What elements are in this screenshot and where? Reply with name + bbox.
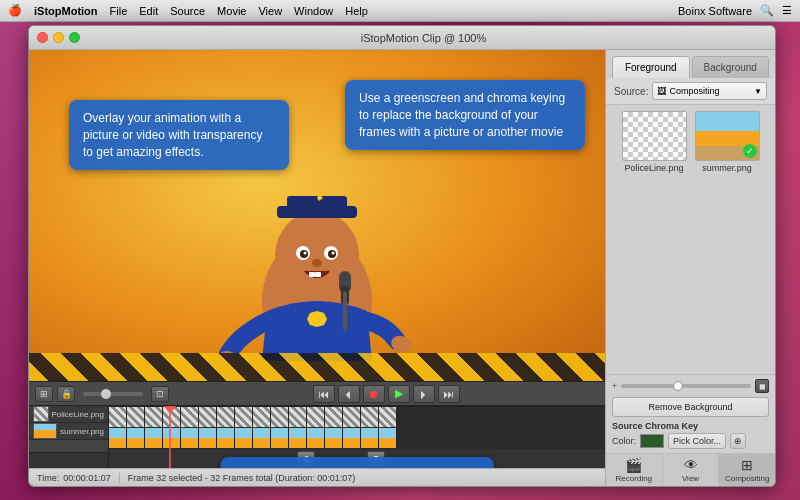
track-labels: PoliceLine.png summer.png bbox=[29, 406, 109, 468]
menu-view[interactable]: View bbox=[258, 5, 282, 17]
app-name[interactable]: iStopMotion bbox=[34, 5, 98, 17]
color-swatch[interactable] bbox=[640, 434, 664, 448]
menu-window[interactable]: Window bbox=[294, 5, 333, 17]
timeline-grid-button[interactable]: ⊞ bbox=[35, 386, 53, 402]
titlebar: iStopMotion Clip @ 100% bbox=[29, 26, 775, 50]
source-row: Source: 🖼 Compositing ▼ bbox=[606, 78, 775, 105]
track-content: 00:01 00:02 00:03 bbox=[109, 406, 605, 468]
remove-background-button[interactable]: Remove Background bbox=[612, 397, 769, 417]
color-row: Color: Pick Color... ⊕ bbox=[612, 433, 769, 449]
track-label-summer: summer.png bbox=[29, 423, 108, 440]
thumb-summer-label: summer.png bbox=[702, 163, 752, 173]
svg-point-13 bbox=[312, 259, 322, 267]
compositing-tab[interactable]: ⊞ Compositing bbox=[719, 454, 775, 486]
company-name: Boinx Software bbox=[678, 5, 752, 17]
menu-movie[interactable]: Movie bbox=[217, 5, 246, 17]
video-section: Overlay your animation with a picture or… bbox=[29, 50, 605, 486]
close-button[interactable] bbox=[37, 32, 48, 43]
eyedropper-button[interactable]: ⊕ bbox=[730, 433, 746, 449]
fast-forward-button[interactable]: ⏭ bbox=[438, 385, 460, 403]
source-select[interactable]: 🖼 Compositing ▼ bbox=[652, 82, 767, 100]
step-back-button[interactable]: ⏴ bbox=[338, 385, 360, 403]
apple-menu[interactable]: 🍎 bbox=[8, 4, 22, 17]
slider-end-button[interactable]: ◼ bbox=[755, 379, 769, 393]
timeline-lock-button[interactable]: 🔒 bbox=[57, 386, 75, 402]
chroma-key-label: Source Chroma Key bbox=[612, 421, 769, 431]
source-label: Source: bbox=[614, 86, 648, 97]
panel-bottom-controls: + ◼ Remove Background Source Chroma Key … bbox=[606, 374, 775, 453]
svg-rect-5 bbox=[287, 196, 347, 211]
hazard-stripes bbox=[29, 353, 605, 381]
menu-file[interactable]: File bbox=[110, 5, 128, 17]
thumb-police-img bbox=[622, 111, 687, 161]
record-button[interactable]: ⏺ bbox=[363, 385, 385, 403]
time-value: 00:00:01:07 bbox=[63, 473, 111, 483]
menubar: 🍎 iStopMotion File Edit Source Movie Vie… bbox=[0, 0, 800, 22]
svg-point-12 bbox=[332, 252, 335, 255]
timeline-toolbar: ⊞ 🔒 ⊡ ⏮ ⏴ ⏺ ▶ ⏵ ⏭ bbox=[29, 382, 605, 406]
search-icon[interactable]: 🔍 bbox=[760, 4, 774, 17]
svg-rect-15 bbox=[315, 272, 321, 277]
window-title: iStopMotion Clip @ 100% bbox=[80, 32, 767, 44]
menu-source[interactable]: Source bbox=[170, 5, 205, 17]
status-time: Time: 00:00:01:07 bbox=[37, 473, 111, 483]
view-tab[interactable]: 👁 View bbox=[663, 454, 720, 486]
content-area: Overlay your animation with a picture or… bbox=[29, 50, 775, 486]
timeline-tracks: PoliceLine.png summer.png bbox=[29, 406, 605, 468]
svg-marker-1 bbox=[307, 311, 327, 327]
playback-controls: ⏮ ⏴ ⏺ ▶ ⏵ ⏭ bbox=[313, 385, 460, 403]
svg-rect-14 bbox=[309, 272, 315, 277]
film-strip-police bbox=[109, 407, 605, 428]
background-tab[interactable]: Background bbox=[692, 56, 770, 78]
recording-icon: 🎬 bbox=[625, 457, 642, 473]
traffic-lights bbox=[37, 32, 80, 43]
menu-icon[interactable]: ☰ bbox=[782, 4, 792, 17]
active-checkmark: ✓ bbox=[743, 144, 757, 158]
minimize-button[interactable] bbox=[53, 32, 64, 43]
track-thumb-police bbox=[33, 406, 49, 422]
slider-row: + ◼ bbox=[612, 379, 769, 393]
overlay-tooltip: Overlay your animation with a picture or… bbox=[69, 100, 289, 170]
thumbnail-grid: PoliceLine.png ✓ summer.png bbox=[606, 105, 775, 374]
video-canvas: Overlay your animation with a picture or… bbox=[29, 50, 605, 381]
marker-row: 6 7 Use markers in the timeline to plan … bbox=[109, 449, 605, 468]
play-button[interactable]: ▶ bbox=[388, 385, 410, 403]
timeline-fit-button[interactable]: ⊡ bbox=[151, 386, 169, 402]
thumb-summer-img: ✓ bbox=[695, 111, 760, 161]
track-thumb-summer bbox=[33, 423, 57, 439]
svg-rect-18 bbox=[343, 291, 347, 331]
thumbnail-police[interactable]: PoliceLine.png bbox=[622, 111, 687, 173]
thumb-police-label: PoliceLine.png bbox=[624, 163, 683, 173]
rewind-to-start-button[interactable]: ⏮ bbox=[313, 385, 335, 403]
thumbnail-summer[interactable]: ✓ summer.png bbox=[695, 111, 760, 173]
panel-icon-tabs: 🎬 Recording 👁 View ⊞ Compositing bbox=[606, 453, 775, 486]
timeline-zoom-slider[interactable] bbox=[83, 392, 143, 396]
color-label: Color: bbox=[612, 436, 636, 446]
recording-tab[interactable]: 🎬 Recording bbox=[606, 454, 663, 486]
status-divider bbox=[119, 473, 120, 483]
panel-tabs: Foreground Background bbox=[606, 50, 775, 78]
frame-info: Frame 32 selected - 32 Frames total (Dur… bbox=[128, 473, 356, 483]
pick-color-button[interactable]: Pick Color... bbox=[668, 433, 726, 449]
foreground-tab[interactable]: Foreground bbox=[612, 56, 690, 78]
maximize-button[interactable] bbox=[69, 32, 80, 43]
step-forward-button[interactable]: ⏵ bbox=[413, 385, 435, 403]
greenscreen-tooltip: Use a greenscreen and chroma keying to r… bbox=[345, 80, 585, 150]
timeline-section: ⊞ 🔒 ⊡ ⏮ ⏴ ⏺ ▶ ⏵ ⏭ bbox=[29, 381, 605, 486]
track-label-police: PoliceLine.png bbox=[29, 406, 108, 423]
svg-point-11 bbox=[304, 252, 307, 255]
thumbnail-row: PoliceLine.png ✓ summer.png bbox=[612, 111, 769, 173]
menu-help[interactable]: Help bbox=[345, 5, 368, 17]
playhead-arrow bbox=[164, 406, 176, 414]
menu-edit[interactable]: Edit bbox=[139, 5, 158, 17]
film-strip-summer bbox=[109, 428, 605, 449]
opacity-slider[interactable] bbox=[621, 384, 751, 388]
compositing-icon: ⊞ bbox=[741, 457, 753, 473]
view-icon: 👁 bbox=[684, 457, 698, 473]
playhead[interactable] bbox=[169, 406, 171, 468]
time-label: Time: bbox=[37, 473, 59, 483]
chroma-key-section: Source Chroma Key Color: Pick Color... ⊕ bbox=[612, 421, 769, 449]
right-panel: Foreground Background Source: 🖼 Composit… bbox=[605, 50, 775, 486]
timeline-markers-tooltip: Use markers in the timeline to plan your… bbox=[221, 457, 494, 468]
main-window: iStopMotion Clip @ 100% bbox=[28, 25, 776, 487]
